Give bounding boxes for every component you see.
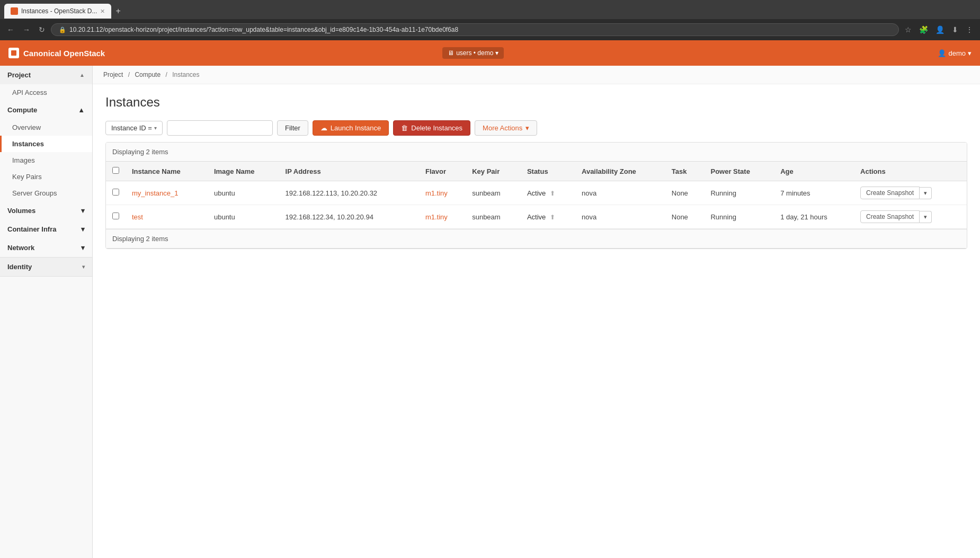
row-ip-address: 192.168.122.113, 10.20.20.32 [279,181,419,205]
user-label: demo [948,49,966,57]
lock-icon: 🔒 [59,26,66,33]
row-checkbox-1[interactable] [112,212,119,219]
brand-label: Canonical OpenStack [23,49,105,58]
filter-button-label: Filter [285,124,300,132]
launch-instance-button[interactable]: ☁ Launch Instance [313,120,389,136]
sidebar-item-images[interactable]: Images [0,152,92,169]
filter-select[interactable]: Instance ID = ▾ [105,121,163,135]
nav-bar: ← → ↻ 🔒 10.20.21.12/openstack-horizon/pr… [0,19,980,40]
users-badge[interactable]: 🖥 users • demo ▾ [442,47,504,59]
content-area: Project / Compute / Instances Instances … [93,66,980,558]
download-icon[interactable]: ⬇ [949,24,961,35]
sidebar-item-overview[interactable]: Overview [0,119,92,136]
sidebar: Project ▲ API Access Compute ▲ Overview … [0,66,93,558]
table-row: test ubuntu 192.168.122.34, 10.20.20.94 … [106,205,967,229]
more-actions-button[interactable]: More Actions ▾ [475,120,537,136]
row-power-state: Running [704,181,774,205]
main-layout: Project ▲ API Access Compute ▲ Overview … [0,66,980,558]
more-actions-label: More Actions [483,124,522,132]
row-key-pair: sunbeam [466,181,521,205]
browser-chrome: Instances - OpenStack D... ✕ + ← → ↻ 🔒 1… [0,0,980,40]
power-icon: ⬆ [550,214,555,221]
back-button[interactable]: ← [4,24,17,35]
new-tab-button[interactable]: + [111,6,124,16]
users-label: users • demo [456,49,493,57]
sidebar-item-instances[interactable]: Instances [0,136,92,152]
volumes-chevron-icon: ▾ [81,207,85,215]
profile-icon[interactable]: 👤 [933,24,947,35]
status-badge: Active [527,189,546,197]
address-bar[interactable]: 🔒 10.20.21.12/openstack-horizon/project/… [51,23,899,36]
breadcrumb-sep-1: / [128,71,130,78]
container-chevron-icon: ▾ [81,225,85,233]
container-label: Container Infra [7,225,56,233]
action-btn-group: Create Snapshot ▾ [860,210,960,223]
search-input[interactable] [167,120,273,136]
network-chevron-icon: ▾ [81,244,85,252]
row-checkbox-0[interactable] [112,189,119,196]
create-snapshot-button[interactable]: Create Snapshot [860,187,920,199]
instance-name-link[interactable]: test [132,213,143,221]
volumes-label: Volumes [7,207,35,215]
row-checkbox-cell[interactable] [106,181,126,205]
status-badge: Active [527,213,546,221]
col-instance-name: Instance Name [126,162,208,181]
network-label: Network [7,244,34,252]
sidebar-compute-header[interactable]: Compute ▲ [0,101,92,119]
sidebar-container-header[interactable]: Container Infra ▾ [0,220,92,238]
tab-close-btn[interactable]: ✕ [100,8,105,15]
row-key-pair: sunbeam [466,205,521,229]
col-status: Status [521,162,575,181]
bookmark-icon[interactable]: ☆ [902,24,914,35]
breadcrumb-project[interactable]: Project [103,71,123,78]
monitor-icon: 🖥 [448,49,454,57]
identity-section: Identity ▾ [0,258,92,277]
row-ip-address: 192.168.122.34, 10.20.20.94 [279,205,419,229]
col-task: Task [665,162,705,181]
user-menu[interactable]: 👤 demo ▾ [938,49,972,57]
filter-dropdown-arrow-icon: ▾ [154,125,157,131]
more-actions-chevron-icon: ▾ [525,124,529,132]
menu-icon[interactable]: ⋮ [963,24,976,35]
users-chevron-icon: ▾ [495,49,498,57]
row-status: Active ⬆ [521,181,575,205]
delete-button-label: Delete Instances [411,124,462,132]
select-all-checkbox[interactable] [112,167,119,174]
col-key-pair: Key Pair [466,162,521,181]
sidebar-item-key-pairs[interactable]: Key Pairs [0,169,92,185]
sidebar-item-api-access[interactable]: API Access [0,84,92,101]
sidebar-item-server-groups[interactable]: Server Groups [0,185,92,201]
filter-button[interactable]: Filter [277,120,308,136]
displaying-text-top: Displaying 2 items [106,143,967,162]
create-snapshot-button[interactable]: Create Snapshot [860,210,920,223]
row-instance-name: my_instance_1 [126,181,208,205]
power-icon: ⬆ [550,190,555,197]
action-dropdown-button[interactable]: ▾ [920,211,932,223]
table-row: my_instance_1 ubuntu 192.168.122.113, 10… [106,181,967,205]
breadcrumb-compute[interactable]: Compute [135,71,161,78]
select-all-header[interactable] [106,162,126,181]
reload-button[interactable]: ↻ [36,24,48,35]
col-age: Age [774,162,854,181]
top-navbar: Canonical OpenStack 🖥 users • demo ▾ 👤 d… [0,40,980,66]
identity-section-header[interactable]: Identity ▾ [0,258,92,276]
cloud-icon: ☁ [320,124,327,132]
page-title: Instances [105,95,967,110]
flavor-link[interactable]: m1.tiny [425,189,448,197]
action-dropdown-button[interactable]: ▾ [920,187,932,199]
action-btn-group: Create Snapshot ▾ [860,187,960,199]
project-section-header[interactable]: Project ▲ [0,66,92,84]
sidebar-network-header[interactable]: Network ▾ [0,238,92,257]
row-checkbox-cell[interactable] [106,205,126,229]
breadcrumb-current: Instances [172,71,199,78]
row-instance-name: test [126,205,208,229]
extensions-icon[interactable]: 🧩 [916,24,931,35]
forward-button[interactable]: → [20,24,33,35]
active-tab[interactable]: Instances - OpenStack D... ✕ [4,4,111,19]
sidebar-volumes-header[interactable]: Volumes ▾ [0,201,92,220]
delete-instances-button[interactable]: 🗑 Delete Instances [393,120,470,136]
row-availability-zone: nova [575,205,665,229]
instance-name-link[interactable]: my_instance_1 [132,189,178,197]
flavor-link[interactable]: m1.tiny [425,213,448,221]
instances-table-wrapper: Displaying 2 items Instance Name Image N… [105,142,967,249]
